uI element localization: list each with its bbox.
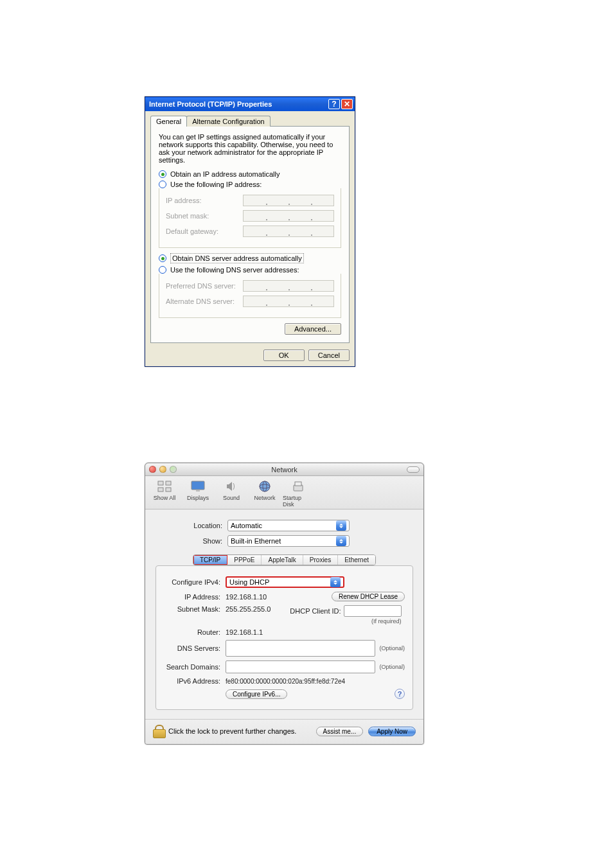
tab-ethernet[interactable]: Ethernet: [338, 555, 375, 565]
tcpip-pane: Configure IPv4: Using DHCP IP Address: 1…: [155, 565, 413, 710]
xp-body: General Alternate Configuration You can …: [145, 111, 355, 366]
val-router: 192.168.1.1: [226, 628, 263, 636]
lbl-configure: Configure IPv4:: [164, 578, 226, 586]
xp-tabs: General Alternate Configuration: [150, 116, 350, 127]
svg-rect-4: [191, 481, 204, 490]
dns-servers-input[interactable]: [226, 640, 375, 657]
tool-label: Sound: [223, 495, 240, 501]
radio-obtain-ip[interactable]: Obtain an IP address automatically: [159, 170, 341, 178]
svg-rect-2: [158, 488, 163, 492]
gateway-field: [243, 226, 334, 237]
radio-label: Obtain an IP address automatically: [170, 170, 280, 178]
grid-icon: [155, 479, 173, 494]
lbl-dhcp-client: DHCP Client ID:: [290, 607, 341, 615]
configure-ipv6-button[interactable]: Configure IPv6...: [226, 689, 287, 699]
tab-appletalk[interactable]: AppleTalk: [262, 555, 303, 565]
mac-tabs: TCP/IP PPPoE AppleTalk Proxies Ethernet: [193, 554, 376, 565]
lbl-ip: IP address:: [166, 197, 243, 204]
lbl-ipv6: IPv6 Address:: [164, 677, 226, 685]
renew-dhcp-button[interactable]: Renew DHCP Lease: [332, 592, 405, 601]
help-icon[interactable]: ?: [395, 689, 405, 699]
globe-icon: [256, 479, 274, 494]
radio-icon: [159, 181, 166, 188]
lbl-pref-dns: Preferred DNS server:: [166, 282, 243, 290]
mac-titlebar: Network: [145, 463, 423, 476]
radio-obtain-dns[interactable]: Obtain DNS server address automatically: [159, 253, 341, 263]
svg-rect-3: [166, 488, 171, 492]
chevron-updown-icon: [336, 520, 346, 531]
txt-optional-search: (Optional): [379, 664, 405, 670]
tool-label: Show All: [154, 495, 176, 501]
tcpip-properties-dialog: Internet Protocol (TCP/IP) Properties ? …: [145, 96, 355, 367]
tool-displays[interactable]: Displays: [182, 479, 213, 508]
xp-titlebar: Internet Protocol (TCP/IP) Properties ? …: [145, 97, 355, 111]
apply-now-button[interactable]: Apply Now: [368, 727, 416, 736]
lbl-dns: DNS Servers:: [164, 644, 226, 652]
tab-proxies[interactable]: Proxies: [303, 555, 338, 565]
dhcp-client-id-input[interactable]: [344, 605, 402, 617]
lbl-gateway: Default gateway:: [166, 227, 243, 235]
tool-show-all[interactable]: Show All: [149, 479, 180, 508]
tool-label: Network: [254, 495, 275, 501]
dns-group: Preferred DNS server: Alternate DNS serv…: [159, 274, 341, 318]
txt-if-required: (If required): [290, 618, 401, 624]
location-select[interactable]: Automatic: [227, 520, 350, 531]
lbl-alt-dns: Alternate DNS server:: [166, 297, 243, 305]
display-icon: [189, 479, 207, 494]
speaker-icon: [222, 479, 240, 494]
tab-alternate[interactable]: Alternate Configuration: [186, 116, 271, 127]
xp-tab-panel: You can get IP settings assigned automat…: [150, 126, 350, 343]
tool-label: Displays: [187, 495, 209, 501]
show-select[interactable]: Built-in Ethernet: [227, 535, 350, 547]
select-value: Using DHCP: [229, 578, 269, 586]
val-ipv6: fe80:0000:0000:0000:020a:95ff:fe8d:72e4: [226, 678, 345, 685]
help-button[interactable]: ?: [328, 99, 340, 109]
tool-network[interactable]: Network: [249, 479, 280, 508]
val-subnet: 255.255.255.0: [226, 605, 271, 613]
lbl-search: Search Domains:: [164, 663, 226, 671]
svg-rect-10: [295, 482, 301, 486]
close-button[interactable]: ✕: [341, 99, 353, 109]
advanced-button[interactable]: Advanced...: [285, 323, 341, 335]
txt-optional-dns: (Optional): [379, 645, 405, 651]
radio-label: Obtain DNS server address automatically: [170, 253, 304, 263]
mac-footer: Click the lock to prevent further change…: [145, 719, 423, 744]
window-title: Network: [145, 466, 423, 474]
assist-me-button[interactable]: Assist me...: [316, 727, 364, 736]
lbl-router: Router:: [164, 628, 226, 636]
preferred-dns-field: [243, 280, 334, 292]
search-domains-input[interactable]: [226, 660, 375, 673]
configure-ipv4-select[interactable]: Using DHCP: [226, 576, 344, 588]
mac-body: Location: Automatic Show: Built-in Ether…: [145, 509, 423, 719]
lbl-show: Show:: [155, 537, 227, 545]
alternate-dns-field: [243, 296, 334, 307]
lbl-subnet: Subnet mask:: [166, 212, 243, 220]
chevron-updown-icon: [330, 577, 341, 587]
tab-general[interactable]: General: [150, 116, 187, 127]
cancel-button[interactable]: Cancel: [308, 350, 350, 361]
tool-startup-disk[interactable]: Startup Disk: [283, 479, 314, 508]
ok-button[interactable]: OK: [263, 350, 305, 361]
chevron-updown-icon: [336, 536, 346, 546]
network-preferences-window: Network Show All Displays Sound Networ: [145, 463, 424, 745]
ip-address-field: [243, 195, 334, 206]
tool-sound[interactable]: Sound: [216, 479, 247, 508]
tab-tcpip[interactable]: TCP/IP: [193, 555, 227, 565]
tab-pppoe[interactable]: PPPoE: [227, 555, 262, 565]
blurb: You can get IP settings assigned automat…: [159, 133, 341, 164]
radio-use-dns[interactable]: Use the following DNS server addresses:: [159, 266, 341, 274]
select-value: Built-in Ethernet: [231, 537, 281, 545]
subnet-mask-field: [243, 210, 334, 222]
lbl-location: Location:: [155, 522, 227, 529]
lock-icon[interactable]: [153, 725, 164, 738]
radio-label: Use the following DNS server addresses:: [170, 266, 299, 274]
disk-icon: [289, 479, 307, 494]
lbl-ip: IP Address:: [164, 593, 226, 601]
radio-icon: [159, 170, 166, 178]
radio-icon: [159, 266, 166, 274]
tool-label: Startup Disk: [283, 495, 314, 508]
radio-use-ip[interactable]: Use the following IP address:: [159, 181, 341, 188]
svg-rect-5: [196, 490, 200, 492]
svg-point-6: [260, 481, 270, 492]
dialog-title: Internet Protocol (TCP/IP) Properties: [149, 100, 327, 108]
